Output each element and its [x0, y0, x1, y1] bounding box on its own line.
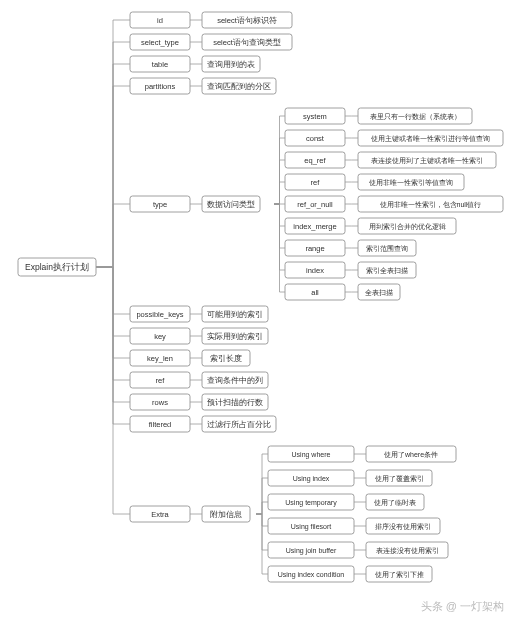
col-rows-label: rows: [152, 398, 168, 407]
type-index-desc-label: 索引全表扫描: [366, 267, 408, 274]
type-all-desc-label: 全表扫描: [365, 289, 393, 296]
type-range-label: range: [305, 244, 324, 253]
extra-2-label: Using temporary: [285, 499, 337, 507]
extra-5-label: Using index condition: [278, 571, 345, 579]
extra-3-label: Using filesort: [291, 523, 332, 531]
type-system-label: system: [303, 112, 327, 121]
type-index-label: index: [306, 266, 324, 275]
col-key-desc-label: 实际用到的索引: [207, 332, 263, 341]
type-system-desc-label: 表里只有一行数据（系统表）: [370, 113, 461, 121]
col-possible_keys-label: possible_keys: [136, 310, 183, 319]
connector: [256, 514, 268, 574]
col-partitions-desc-label: 查询匹配到的分区: [207, 82, 271, 91]
type-const-label: const: [306, 134, 325, 143]
extra-0-label: Using where: [292, 451, 331, 459]
type-eq_ref-desc-label: 表连接使用到了主键或者唯一性索引: [371, 157, 483, 165]
extra-5-desc-label: 使用了索引下推: [375, 571, 424, 579]
type-range-desc-label: 索引范围查询: [366, 245, 408, 252]
extra-4-label: Using join buffer: [286, 547, 337, 555]
col-Extra-desc-label: 附加信息: [210, 510, 242, 519]
col-partitions-label: partitions: [145, 82, 176, 91]
col-ref-desc-label: 查询条件中的列: [207, 376, 263, 385]
type-const-desc-label: 使用主键或者唯一性索引进行等值查询: [371, 135, 490, 143]
connector: [274, 182, 285, 204]
col-select_type-label: select_type: [141, 38, 179, 47]
extra-1-desc-label: 使用了覆盖索引: [375, 475, 424, 483]
col-possible_keys-desc-label: 可能用到的索引: [207, 310, 263, 319]
col-key_len-desc-label: 索引长度: [210, 354, 242, 363]
col-table-desc-label: 查询用到的表: [207, 60, 255, 69]
col-id-label: id: [157, 16, 163, 25]
type-ref_or_null-label: ref_or_null: [297, 200, 333, 209]
connector: [96, 204, 130, 267]
root-label: Explain执行计划: [25, 262, 89, 272]
type-all-label: all: [311, 288, 319, 297]
type-eq_ref-label: eq_ref: [304, 156, 326, 165]
type-ref-desc-label: 使用非唯一性索引等值查询: [369, 179, 453, 187]
connector: [256, 502, 268, 514]
col-select_type-desc-label: select语句查询类型: [213, 38, 281, 47]
watermark: 头条 @ 一灯架构: [421, 600, 504, 612]
extra-0-desc-label: 使用了where条件: [384, 451, 438, 459]
col-type-label: type: [153, 200, 167, 209]
type-ref-label: ref: [311, 178, 321, 187]
type-index_merge-desc-label: 用到索引合并的优化逻辑: [369, 223, 446, 230]
extra-2-desc-label: 使用了临时表: [374, 499, 416, 507]
col-type-desc-label: 数据访问类型: [207, 200, 255, 209]
col-ref-label: ref: [156, 376, 166, 385]
col-key_len-label: key_len: [147, 354, 173, 363]
connector: [96, 267, 130, 514]
type-index_merge-label: index_merge: [293, 222, 336, 231]
extra-1-label: Using index: [293, 475, 330, 483]
col-rows-desc-label: 预计扫描的行数: [207, 398, 263, 407]
extra-4-desc-label: 表连接没有使用索引: [376, 547, 439, 555]
col-id-desc-label: select语句标识符: [217, 16, 277, 25]
col-key-label: key: [154, 332, 166, 341]
col-filtered-desc-label: 过滤行所占百分比: [207, 420, 271, 429]
col-Extra-label: Extra: [151, 510, 169, 519]
type-ref_or_null-desc-label: 使用非唯一性索引，包含null值行: [380, 201, 482, 209]
extra-3-desc-label: 排序没有使用索引: [375, 523, 431, 531]
col-filtered-label: filtered: [149, 420, 172, 429]
col-table-label: table: [152, 60, 168, 69]
